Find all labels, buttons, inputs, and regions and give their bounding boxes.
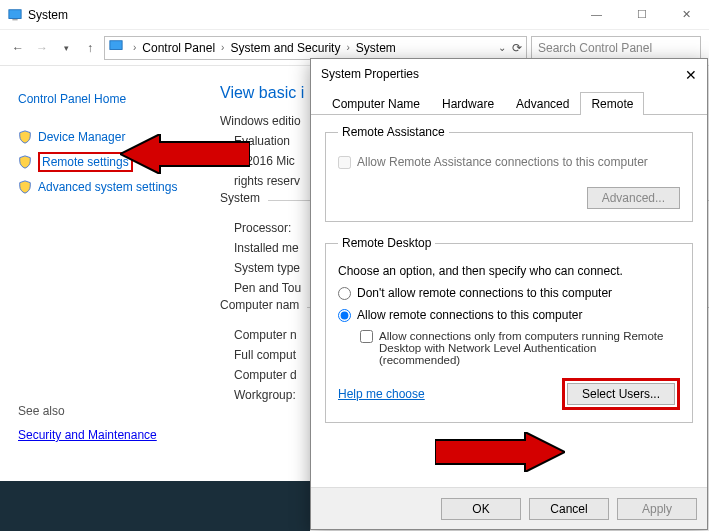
ok-button[interactable]: OK [441, 498, 521, 520]
shield-icon [18, 155, 32, 169]
allow-label: Allow remote connections to this compute… [357, 308, 582, 322]
apply-button[interactable]: Apply [617, 498, 697, 520]
tab-hardware[interactable]: Hardware [431, 92, 505, 115]
breadcrumb[interactable]: › Control Panel › System and Security › … [104, 36, 527, 60]
remote-desktop-intro: Choose an option, and then specify who c… [338, 264, 680, 278]
chevron-right-icon: › [340, 42, 355, 53]
computer-name-section-label: Computer nam [220, 298, 307, 312]
breadcrumb-seg[interactable]: System and Security [230, 41, 340, 55]
remote-assistance-group: Remote Assistance Allow Remote Assistanc… [325, 125, 693, 222]
up-button[interactable]: ↑ [80, 38, 100, 58]
dialog-title: System Properties [311, 59, 707, 89]
remote-settings-link[interactable]: Remote settings [42, 155, 129, 169]
system-icon [8, 8, 22, 22]
tab-advanced[interactable]: Advanced [505, 92, 580, 115]
advanced-button[interactable]: Advanced... [587, 187, 680, 209]
forward-button[interactable]: → [32, 38, 52, 58]
taskbar-strip [0, 481, 310, 531]
minimize-button[interactable]: — [574, 0, 619, 28]
cancel-button[interactable]: Cancel [529, 498, 609, 520]
search-input[interactable]: Search Control Panel [531, 36, 701, 60]
dont-allow-radio[interactable] [338, 287, 351, 300]
shield-icon [18, 180, 32, 194]
dialog-tabs: Computer Name Hardware Advanced Remote [311, 91, 707, 115]
window-titlebar: System — ☐ ✕ [0, 0, 709, 30]
maximize-button[interactable]: ☐ [619, 0, 664, 28]
dont-allow-label: Don't allow remote connections to this c… [357, 286, 612, 300]
security-maintenance-link[interactable]: Security and Maintenance [18, 428, 157, 442]
nla-checkbox[interactable] [360, 330, 373, 343]
chevron-right-icon: › [215, 42, 230, 53]
remote-desktop-legend: Remote Desktop [338, 236, 435, 250]
breadcrumb-seg[interactable]: System [356, 41, 396, 55]
select-users-button[interactable]: Select Users... [567, 383, 675, 405]
shield-icon [18, 130, 32, 144]
remote-assistance-legend: Remote Assistance [338, 125, 449, 139]
nla-label: Allow connections only from computers ru… [379, 330, 680, 366]
refresh-icon[interactable]: ⟳ [512, 41, 522, 55]
system-section-label: System [220, 191, 268, 205]
allow-radio[interactable] [338, 309, 351, 322]
dialog-close-button[interactable]: ✕ [681, 65, 701, 85]
back-button[interactable]: ← [8, 38, 28, 58]
history-dropdown[interactable]: ▾ [56, 38, 76, 58]
allow-remote-assistance-checkbox[interactable] [338, 156, 351, 169]
system-icon [109, 39, 123, 56]
close-button[interactable]: ✕ [664, 0, 709, 28]
help-me-choose-link[interactable]: Help me choose [338, 387, 425, 401]
device-manager-link[interactable]: Device Manager [38, 130, 125, 144]
remote-desktop-group: Remote Desktop Choose an option, and the… [325, 236, 693, 423]
see-also-label: See also [18, 404, 200, 418]
sidebar: Control Panel Home Device Manager Remote… [0, 66, 210, 531]
svg-rect-0 [9, 9, 21, 18]
system-properties-dialog: System Properties ✕ Computer Name Hardwa… [310, 58, 708, 530]
breadcrumb-seg[interactable]: Control Panel [142, 41, 215, 55]
control-panel-home-link[interactable]: Control Panel Home [18, 92, 126, 106]
allow-remote-assistance-label: Allow Remote Assistance connections to t… [357, 155, 648, 169]
svg-rect-1 [12, 19, 17, 20]
window-title: System [28, 8, 68, 22]
dialog-footer: OK Cancel Apply [311, 487, 707, 529]
tab-computer-name[interactable]: Computer Name [321, 92, 431, 115]
advanced-system-settings-link[interactable]: Advanced system settings [38, 180, 177, 194]
chevron-right-icon: › [127, 42, 142, 53]
svg-rect-2 [110, 41, 122, 50]
tab-remote[interactable]: Remote [580, 92, 644, 115]
chevron-down-icon[interactable]: ⌄ [498, 42, 506, 53]
